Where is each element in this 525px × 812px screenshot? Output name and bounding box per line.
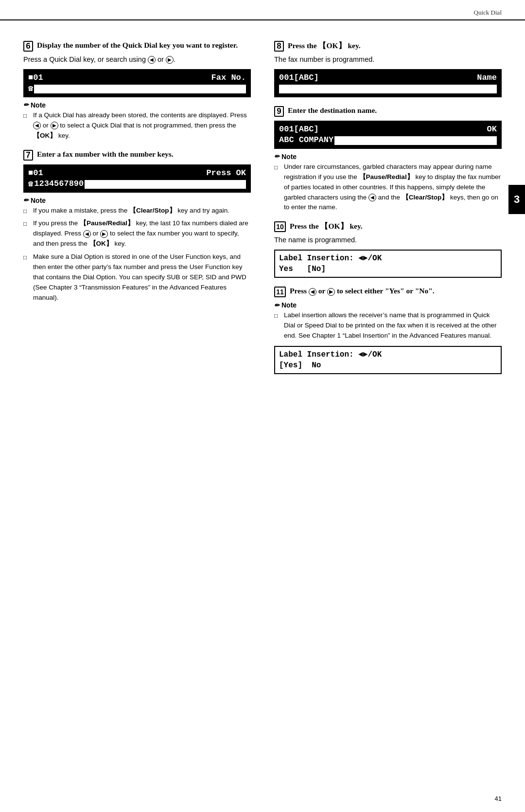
step-10-heading-text: Press the 【OK】 key.: [290, 221, 363, 232]
step-11-number: 11: [274, 287, 286, 297]
step-10-number: 10: [274, 221, 286, 232]
header-divider: [0, 20, 525, 20]
step-9-note-label: Note: [281, 153, 297, 161]
step-11-note-label: Note: [281, 301, 297, 309]
step-6-heading-text: Display the number of the Quick Dial key…: [37, 41, 238, 50]
note-bullet-7-2: □: [23, 219, 30, 229]
lcd-11-row1-text: Label Insertion: ◄►/OK: [279, 350, 382, 359]
step-9-note-text-1: Under rare circumstances, garbled charac…: [284, 162, 502, 213]
lcd-11-row2-text: [Yes] No: [279, 361, 321, 370]
lcd-7-bar: [85, 180, 246, 189]
step-7-note-text-2: If you press the 【Pause/Redial】 key, the…: [33, 218, 251, 249]
step-8-number: 8: [274, 41, 284, 52]
lcd-7-number: 1234567890: [34, 179, 84, 188]
note-bullet-11-1: □: [274, 311, 281, 321]
step-6-block: 6 Display the number of the Quick Dial k…: [23, 41, 251, 141]
lcd-8-row1-left: 001[ABC]: [279, 73, 319, 82]
right-column: 8 Press the 【OK】 key. The fax number is …: [268, 41, 502, 383]
lcd-9-row1-left: 001[ABC]: [279, 125, 319, 134]
step-9-note-heading: ✏ Note: [274, 153, 502, 161]
lcd-7-phone-icon: ☎: [28, 179, 33, 189]
page-number: 41: [495, 795, 502, 802]
step-7-note-text-3: Make sure a Dial Option is stored in one…: [33, 252, 251, 303]
lcd-10-row2-text: Yes [No]: [279, 265, 326, 273]
lcd-6-row1-right: Fax No.: [211, 73, 246, 82]
step-10-lcd: Label Insertion: ◄►/OK Yes [No]: [274, 250, 502, 278]
lcd-6-phone-icon: ☎: [28, 83, 33, 93]
step-8-lcd: 001[ABC] Name: [274, 69, 502, 97]
step-9-heading: 9 Enter the destination name.: [274, 106, 502, 117]
step-7-note-text-1: If you make a mistake, press the 【Clear/…: [33, 206, 251, 216]
step-11-note: ✏ Note □ Label insertion allows the rece…: [274, 301, 502, 341]
step-6-note-label: Note: [31, 101, 46, 109]
step-8-body: The fax number is programmed.: [274, 54, 502, 65]
step-9-heading-text: Enter the destination name.: [288, 106, 377, 115]
step-9-lcd: 001[ABC] OK ABC COMPANY: [274, 121, 502, 149]
lcd-10-row1-text: Label Insertion: ◄►/OK: [279, 254, 382, 263]
page-footer: 41: [495, 795, 502, 802]
lcd-9-bar: [334, 136, 497, 145]
lcd-11-row2: [Yes] No: [279, 360, 497, 371]
step-8-heading: 8 Press the 【OK】 key.: [274, 41, 502, 52]
step-9-note-item-1: □ Under rare circumstances, garbled char…: [274, 162, 502, 213]
page-header: Quick Dial: [0, 0, 525, 20]
lcd-10-row2: Yes [No]: [279, 264, 497, 274]
note-pencil-icon-7: ✏: [23, 197, 29, 204]
step-10-block: 10 Press the 【OK】 key. The name is progr…: [274, 221, 502, 278]
step-6-note: ✏ Note □ If a Quick Dial has already bee…: [23, 101, 251, 141]
step-11-heading: 11 Press ◀ or ▶ to select either "Yes" o…: [274, 287, 502, 297]
step-11-note-text-1: Label insertion allows the receiver’s na…: [284, 310, 502, 341]
step-6-body: Press a Quick Dial key, or search using …: [23, 54, 251, 65]
step-6-note-heading: ✏ Note: [23, 101, 251, 109]
step-9-block: 9 Enter the destination name. 001[ABC] O…: [274, 106, 502, 213]
note-bullet-9-1: □: [274, 163, 281, 172]
note-pencil-icon-11: ✏: [274, 302, 280, 309]
step-7-note-heading: ✏ Note: [23, 197, 251, 204]
lcd-9-row1-right: OK: [487, 125, 497, 134]
lcd-9-text: ABC COMPANY: [279, 135, 333, 144]
step-7-note-item-1: □ If you make a mistake, press the 【Clea…: [23, 206, 251, 216]
arrow-left-icon: ◀: [148, 56, 156, 64]
lcd-9-row2: ABC COMPANY: [279, 135, 497, 145]
step-7-number: 7: [23, 150, 33, 161]
lcd-7-row1-right: Press OK: [206, 168, 246, 178]
lcd-11-row1: Label Insertion: ◄►/OK: [279, 349, 497, 360]
lcd-10-row1: Label Insertion: ◄►/OK: [279, 253, 497, 264]
note-bullet-7-1: □: [23, 207, 30, 216]
step-7-lcd: ■01 Press OK ☎ 1234567890: [23, 164, 251, 193]
arrow-right-icon: ▶: [166, 56, 174, 64]
step-11-lcd: Label Insertion: ◄►/OK [Yes] No: [274, 346, 502, 374]
step-8-heading-text: Press the 【OK】 key.: [288, 41, 361, 51]
lcd-6-bar: [34, 85, 246, 93]
lcd-8-bar: [279, 85, 497, 93]
lcd-6-row1-left: ■01: [28, 73, 43, 82]
note-bullet-icon: □: [23, 111, 30, 121]
lcd-9-row1: 001[ABC] OK: [279, 124, 497, 135]
page-body: 6 Display the number of the Quick Dial k…: [0, 26, 525, 397]
lcd-7-row1: ■01 Press OK: [28, 168, 246, 179]
note-pencil-icon-9: ✏: [274, 153, 280, 160]
lcd-7-row2: ☎ 1234567890: [28, 179, 246, 189]
lcd-8-row2: [279, 83, 497, 94]
lcd-7-row1-left: ■01: [28, 168, 43, 178]
step-11-note-heading: ✏ Note: [274, 301, 502, 309]
step-6-note-item-1: □ If a Quick Dial has already been store…: [23, 110, 251, 141]
lcd-6-row1: ■01 Fax No.: [28, 72, 246, 83]
left-column: 6 Display the number of the Quick Dial k…: [23, 41, 251, 383]
lcd-8-row1-right: Name: [477, 73, 497, 82]
step-6-heading: 6 Display the number of the Quick Dial k…: [23, 41, 251, 52]
step-9-note: ✏ Note □ Under rare circumstances, garbl…: [274, 153, 502, 213]
note-pencil-icon: ✏: [23, 101, 29, 108]
note-bullet-7-3: □: [23, 253, 30, 262]
step-7-block: 7 Enter a fax number with the number key…: [23, 150, 251, 303]
step-6-lcd: ■01 Fax No. ☎: [23, 69, 251, 97]
step-7-note-label: Note: [31, 197, 46, 204]
step-11-note-item-1: □ Label insertion allows the receiver’s …: [274, 310, 502, 341]
step-6-number: 6: [23, 41, 33, 52]
step-8-block: 8 Press the 【OK】 key. The fax number is …: [274, 41, 502, 97]
step-6-note-text-1: If a Quick Dial has already been stored,…: [33, 110, 251, 141]
step-11-heading-text: Press ◀ or ▶ to select either "Yes" or "…: [290, 287, 435, 295]
step-7-note-item-2: □ If you press the 【Pause/Redial】 key, t…: [23, 218, 251, 249]
step-10-body: The name is programmed.: [274, 235, 502, 246]
sidebar-tab: 3: [508, 185, 525, 214]
